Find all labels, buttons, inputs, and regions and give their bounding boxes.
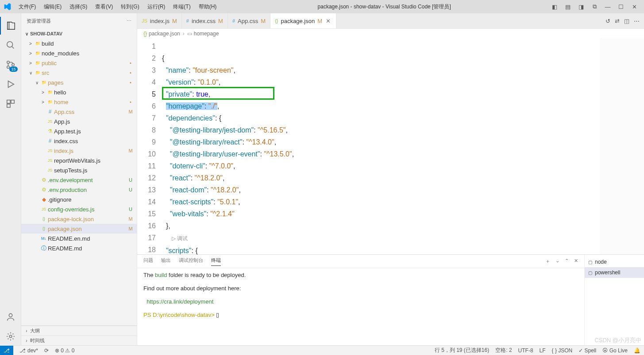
layout-customize-icon[interactable]: ⧉ <box>588 0 601 13</box>
tree-row[interactable]: JSreportWebVitals.js <box>21 156 137 165</box>
tree-row[interactable]: >📁node_modules <box>21 48 137 58</box>
code-token: "web-vitals" <box>170 210 207 218</box>
layout-secondary-toggle-icon[interactable]: ◨ <box>575 0 587 13</box>
term-link[interactable]: https://cra.link/deployment <box>147 298 213 305</box>
breadcrumb-file[interactable]: {}package.json <box>143 31 180 37</box>
activity-source-control-icon[interactable]: 15 <box>0 56 21 74</box>
status-problems[interactable]: ⊗ 0 ⚠ 0 <box>55 347 74 354</box>
split-editor-icon[interactable]: ◫ <box>624 18 629 24</box>
activity-settings-icon[interactable] <box>0 328 21 345</box>
editor-tab[interactable]: #index.cssM <box>182 13 228 28</box>
terminal-item-node[interactable]: ▢node <box>585 257 644 267</box>
tree-row[interactable]: ⓘREADME.md <box>21 243 137 253</box>
tree-row[interactable]: ◆.gitignore <box>21 195 137 204</box>
tree-row[interactable]: JSconfig-overrides.jsU <box>21 204 137 214</box>
terminal-output[interactable]: The build folder is ready to be deployed… <box>137 268 584 345</box>
menu-file[interactable]: 文件(F) <box>15 1 39 12</box>
panel-tab-problems[interactable]: 问题 <box>143 257 153 265</box>
tab-close-icon[interactable]: ✕ <box>325 18 332 24</box>
activity-extensions-icon[interactable] <box>0 95 21 113</box>
tree-row[interactable]: M↓README.en.md <box>21 234 137 243</box>
menu-view[interactable]: 查看(V) <box>92 1 116 12</box>
panel-maximize-icon[interactable]: ⌃ <box>565 258 569 265</box>
activity-debug-icon[interactable] <box>0 75 21 93</box>
status-sync-icon[interactable]: ⟳ <box>44 347 49 354</box>
tree-row[interactable]: {}package.jsonM <box>21 224 137 234</box>
terminal-dropdown-icon[interactable]: ⌄ <box>555 258 559 265</box>
file-icon: JS <box>46 158 54 163</box>
breadcrumb-symbol[interactable]: ▭homepage <box>187 31 219 37</box>
tree-row[interactable]: >📁hello <box>21 87 137 97</box>
menu-edit[interactable]: 编辑(E) <box>40 1 65 12</box>
code-token: "0.1.0" <box>198 78 219 86</box>
status-spell[interactable]: ✓ Spell <box>578 347 596 354</box>
status-language[interactable]: { } JSON <box>552 347 573 354</box>
activity-account-icon[interactable] <box>0 308 21 326</box>
status-cursor-position[interactable]: 行 5，列 19 (已选择16) <box>435 347 489 354</box>
diff-icon[interactable]: ⇄ <box>615 18 620 24</box>
code-content[interactable]: { "name": "four-screen", "version": "0.1… <box>162 39 644 254</box>
history-icon[interactable]: ↺ <box>605 18 610 24</box>
activity-search-icon[interactable] <box>0 36 21 54</box>
menu-terminal[interactable]: 终端(T) <box>170 1 194 12</box>
menu-run[interactable]: 运行(R) <box>144 1 169 12</box>
tree-row[interactable]: ∨📁src• <box>21 68 137 78</box>
section-outline[interactable]: ›大纲 <box>21 326 137 335</box>
editor-tab[interactable]: JSindex.jsM <box>137 13 182 28</box>
tree-row[interactable]: #index.css <box>21 136 137 146</box>
activity-explorer-icon[interactable] <box>0 17 21 35</box>
tree-row[interactable]: {}package-lock.jsonM <box>21 214 137 224</box>
more-actions-icon[interactable]: ⋯ <box>634 18 640 24</box>
menu-help[interactable]: 帮助(H) <box>195 1 220 12</box>
git-status: • <box>127 80 134 85</box>
sidebar-more-icon[interactable]: ⋯ <box>127 18 131 24</box>
window-minimize-icon[interactable]: — <box>602 0 614 13</box>
tree-row[interactable]: JSApp.js <box>21 117 137 126</box>
status-branch[interactable]: ⎇dev* <box>19 347 38 354</box>
git-status: U <box>127 207 134 212</box>
layout-panel-toggle-icon[interactable]: ▤ <box>562 0 574 13</box>
tree-row[interactable]: ⚙.env.productionU <box>21 185 137 195</box>
panel-tab-output[interactable]: 输出 <box>161 257 171 265</box>
git-status: M <box>127 148 134 153</box>
status-encoding[interactable]: UTF-8 <box>518 347 533 354</box>
window-maximize-icon[interactable]: ☐ <box>615 0 627 13</box>
status-golive[interactable]: ⦿ Go Live <box>602 347 628 354</box>
file-icon: JS <box>46 119 54 124</box>
tree-row[interactable]: >📁build <box>21 39 137 48</box>
symbol-icon: ▭ <box>187 31 192 37</box>
codelens-debug[interactable]: ▷ 调试 <box>162 235 188 242</box>
terminal-new-icon[interactable]: ＋ <box>545 258 550 265</box>
panel-tab-terminal[interactable]: 终端 <box>211 257 221 266</box>
status-indentation[interactable]: 空格: 2 <box>495 347 512 354</box>
tree-row[interactable]: >📁public• <box>21 58 137 68</box>
terminal-item-powershell[interactable]: ▢powershell <box>585 267 644 278</box>
file-icon: {} <box>40 226 48 231</box>
tab-label: App.css <box>238 18 258 24</box>
file-icon: ◆ <box>40 196 48 203</box>
editor-tab[interactable]: {}package.jsonM✕ <box>270 13 336 28</box>
section-timeline[interactable]: ›时间线 <box>21 335 137 345</box>
tree-row[interactable]: >📁home• <box>21 97 137 107</box>
tab-status: M <box>218 18 223 24</box>
window-close-icon[interactable]: ✕ <box>628 0 640 13</box>
menu-go[interactable]: 转到(G) <box>117 1 143 12</box>
status-notifications-icon[interactable]: 🔔 <box>634 347 640 354</box>
tree-row[interactable]: JSsetupTests.js <box>21 165 137 175</box>
menu-selection[interactable]: 选择(S) <box>66 1 91 12</box>
code-editor[interactable]: 123456789101112131415161718 { "name": "f… <box>137 39 644 254</box>
layout-primary-toggle-icon[interactable]: ◧ <box>548 0 561 13</box>
tree-row[interactable]: ∨📁pages• <box>21 78 137 87</box>
tree-row[interactable]: #App.cssM <box>21 107 137 117</box>
status-remote-icon[interactable]: ⎇ <box>0 346 13 355</box>
section-project[interactable]: ∨ SHOW-DATAV <box>21 29 137 39</box>
tree-row[interactable]: ⚗App.test.js <box>21 126 137 136</box>
chevron-icon: > <box>27 61 34 66</box>
file-label: reportWebVitals.js <box>54 157 127 164</box>
status-eol[interactable]: LF <box>540 347 546 354</box>
panel-tab-debug-console[interactable]: 调试控制台 <box>179 257 203 265</box>
tree-row[interactable]: ⚙.env.developmentU <box>21 175 137 185</box>
editor-tab[interactable]: #App.cssM <box>228 13 270 28</box>
tree-row[interactable]: JSindex.jsM <box>21 146 137 156</box>
panel-close-icon[interactable]: ✕ <box>574 258 578 265</box>
